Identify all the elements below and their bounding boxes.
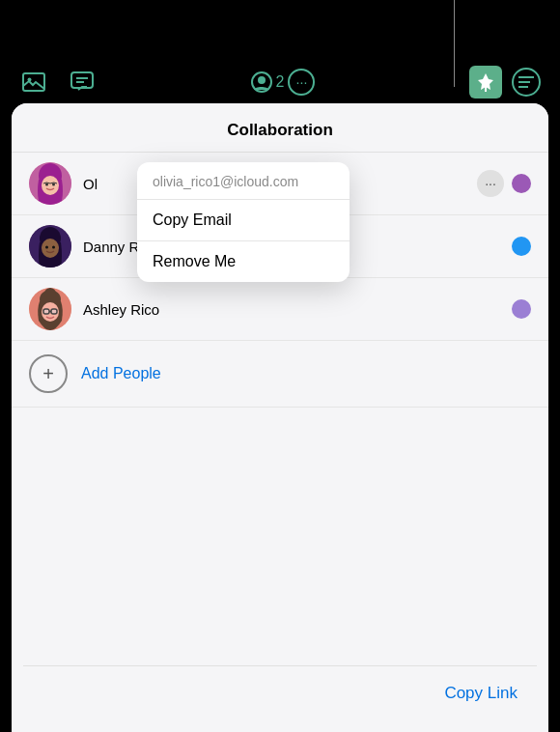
person-actions-danny bbox=[512, 237, 531, 256]
collab-header: Collaboration bbox=[12, 103, 548, 153]
svg-point-6 bbox=[258, 76, 266, 84]
person-actions-olivia: ··· bbox=[477, 170, 531, 197]
avatar-danny bbox=[29, 225, 71, 267]
collab-count[interactable]: 2 ··· bbox=[251, 69, 316, 96]
toolbar-bar: 2 ··· bbox=[0, 0, 560, 106]
image-icon[interactable] bbox=[19, 68, 48, 97]
svg-point-14 bbox=[45, 183, 48, 186]
collaboration-panel: Collaboration olivia_rico1@icloud.com Co… bbox=[12, 103, 548, 732]
copy-link-footer: Copy Link bbox=[23, 665, 537, 732]
danny-color-dot bbox=[512, 237, 531, 256]
toolbar-right bbox=[469, 66, 541, 99]
svg-rect-2 bbox=[71, 72, 93, 88]
context-menu-email: olivia_rico1@icloud.com bbox=[137, 162, 350, 200]
avatar-ashley-svg bbox=[29, 288, 71, 330]
avatar-olivia bbox=[29, 162, 71, 205]
svg-point-15 bbox=[52, 183, 55, 186]
remove-me-item[interactable]: Remove Me bbox=[137, 241, 350, 282]
svg-rect-25 bbox=[43, 309, 49, 314]
avatar-ashley bbox=[29, 288, 71, 330]
people-list: olivia_rico1@icloud.com Copy Email Remov… bbox=[12, 153, 548, 408]
avatar-olivia-svg bbox=[29, 162, 71, 205]
person-row-ashley: Ashley Rico bbox=[12, 278, 548, 341]
toolbar: 2 ··· bbox=[19, 66, 541, 99]
chat-icon[interactable] bbox=[68, 68, 97, 97]
collab-title: Collaboration bbox=[227, 121, 333, 139]
olivia-more-btn[interactable]: ··· bbox=[477, 170, 504, 197]
toolbar-left bbox=[19, 68, 97, 97]
more-dots-btn[interactable]: ··· bbox=[288, 69, 315, 96]
olivia-color-dot bbox=[512, 174, 531, 193]
person-name-ashley: Ashley Rico bbox=[83, 301, 512, 318]
avatar-danny-svg bbox=[29, 225, 71, 267]
pin-icon-btn[interactable] bbox=[469, 66, 502, 99]
svg-rect-26 bbox=[51, 309, 57, 314]
svg-point-20 bbox=[52, 246, 55, 249]
panel-pointer bbox=[270, 103, 290, 104]
add-people-label: Add People bbox=[81, 365, 161, 382]
add-circle-icon: + bbox=[29, 354, 68, 393]
svg-point-23 bbox=[44, 288, 56, 299]
copy-link-button[interactable]: Copy Link bbox=[444, 684, 518, 703]
collab-number: 2 bbox=[276, 73, 285, 91]
svg-point-19 bbox=[45, 246, 48, 249]
context-menu: olivia_rico1@icloud.com Copy Email Remov… bbox=[137, 162, 350, 282]
copy-email-item[interactable]: Copy Email bbox=[137, 200, 350, 241]
svg-point-13 bbox=[42, 176, 59, 195]
add-people-row[interactable]: + Add People bbox=[12, 341, 548, 408]
ashley-color-dot bbox=[512, 299, 531, 319]
connector-line bbox=[454, 0, 455, 87]
svg-point-18 bbox=[42, 239, 59, 258]
outline-icon-btn[interactable] bbox=[512, 68, 541, 97]
person-actions-ashley bbox=[512, 299, 531, 319]
